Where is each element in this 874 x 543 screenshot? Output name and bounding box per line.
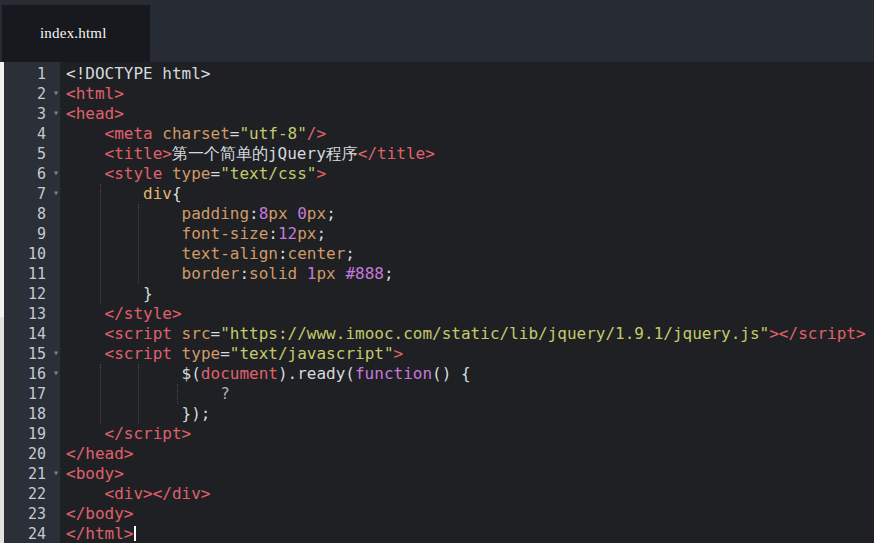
code-token: <div></div> (105, 484, 211, 503)
fold-toggle-icon[interactable]: ▾ (53, 163, 59, 183)
code-token: 0 (297, 204, 307, 223)
code-token: px (268, 204, 287, 223)
code-token: 12 (278, 224, 297, 243)
code-token: "utf-8" (239, 124, 306, 143)
code-line[interactable]: </html> (60, 524, 874, 543)
code-line[interactable]: <style type="text/css"> (60, 164, 874, 184)
code-token: = (211, 324, 221, 343)
code-token: px (297, 224, 316, 243)
code-token: ; (384, 264, 394, 283)
code-token: <!DOCTYPE html> (66, 64, 211, 83)
code-line[interactable]: <head> (60, 104, 874, 124)
code-line[interactable]: <script src="https://www.imooc.com/stati… (60, 324, 874, 344)
code-token: type (172, 164, 211, 183)
gutter-line-number: 1 (4, 64, 60, 84)
gutter-line-number: 8 (4, 204, 60, 224)
code-line[interactable]: ? (60, 384, 874, 404)
indent-whitespace (66, 324, 105, 343)
gutter-line-number: 9 (4, 224, 60, 244)
code-token: 8 (259, 204, 269, 223)
code-line[interactable]: </head> (60, 444, 874, 464)
fold-toggle-icon[interactable]: ▾ (53, 83, 59, 103)
fold-toggle-icon[interactable]: ▾ (53, 103, 59, 123)
code-line[interactable]: <html> (60, 84, 874, 104)
indent-whitespace (66, 244, 182, 263)
code-edit-surface[interactable]: <!DOCTYPE html><html><head> <meta charse… (60, 62, 874, 543)
code-line[interactable]: } (60, 284, 874, 304)
code-token: center (288, 244, 346, 263)
indent-whitespace (66, 264, 182, 283)
code-token: <body> (66, 464, 124, 483)
fold-toggle-icon[interactable]: ▾ (53, 343, 59, 363)
code-line[interactable]: <div></div> (60, 484, 874, 504)
fold-toggle-icon[interactable]: ▾ (53, 463, 59, 483)
code-token: <script (105, 344, 172, 363)
code-line[interactable]: </script> (60, 424, 874, 444)
tab-index-html[interactable]: index.html (2, 5, 150, 62)
editor-tab-bar: index.html (0, 0, 874, 62)
code-token: } (143, 284, 153, 303)
code-line[interactable]: div{ (60, 184, 874, 204)
code-token: </style> (105, 304, 182, 323)
code-line[interactable]: </body> (60, 504, 874, 524)
gutter-line-number: 16▾ (4, 364, 60, 384)
editor-area: 12▾3▾456▾7▾89101112131415▾16▾1718192021▾… (0, 62, 874, 543)
code-line[interactable]: padding:8px 0px; (60, 204, 874, 224)
code-token: : (249, 204, 259, 223)
code-line[interactable]: <meta charset="utf-8"/> (60, 124, 874, 144)
line-number-gutter: 12▾3▾456▾7▾89101112131415▾16▾1718192021▾… (4, 62, 60, 543)
code-token: ; (345, 244, 355, 263)
code-token: <script (105, 324, 172, 343)
text-cursor (134, 526, 136, 541)
code-token: "text/css" (220, 164, 316, 183)
code-line[interactable]: <script type="text/javascript"> (60, 344, 874, 364)
code-token (172, 344, 182, 363)
code-token: </head> (66, 444, 133, 463)
code-token: px (316, 264, 335, 283)
indent-whitespace (66, 344, 105, 363)
code-token: </html> (66, 524, 133, 543)
indent-whitespace (66, 484, 105, 503)
indent-whitespace (66, 124, 105, 143)
code-line[interactable]: <body> (60, 464, 874, 484)
code-token: : (268, 224, 278, 243)
gutter-line-number: 11 (4, 264, 60, 284)
gutter-line-number: 10 (4, 244, 60, 264)
code-line[interactable]: <!DOCTYPE html> (60, 64, 874, 84)
code-token: : (239, 264, 249, 283)
code-token: = (211, 164, 221, 183)
code-token: ></script> (769, 324, 865, 343)
indent-whitespace (66, 304, 105, 323)
fold-toggle-icon[interactable]: ▾ (53, 183, 59, 203)
code-line[interactable]: $(document).ready(function() { (60, 364, 874, 384)
code-token (336, 264, 346, 283)
code-token: > (316, 164, 326, 183)
code-line[interactable]: border:solid 1px #888; (60, 264, 874, 284)
gutter-line-number: 14 (4, 324, 60, 344)
code-token: </body> (66, 504, 133, 523)
gutter-line-number: 3▾ (4, 104, 60, 124)
code-token: <title> (105, 144, 172, 163)
code-token: $( (182, 364, 201, 383)
gutter-line-number: 18 (4, 404, 60, 424)
code-token: div (143, 184, 172, 203)
code-line[interactable]: <title>第一个简单的jQuery程序</title> (60, 144, 874, 164)
code-line[interactable]: text-align:center; (60, 244, 874, 264)
code-token: border (182, 264, 240, 283)
code-token: font-size (182, 224, 269, 243)
gutter-line-number: 24 (4, 524, 60, 543)
code-line[interactable]: }); (60, 404, 874, 424)
code-token (162, 164, 172, 183)
code-token: : (278, 244, 288, 263)
code-token: > (394, 344, 404, 363)
fold-toggle-icon[interactable]: ▾ (53, 363, 59, 383)
code-token (172, 324, 182, 343)
code-line[interactable]: </style> (60, 304, 874, 324)
code-line[interactable]: font-size:12px; (60, 224, 874, 244)
code-token: </title> (358, 144, 435, 163)
indent-whitespace (66, 144, 105, 163)
indent-whitespace (66, 224, 182, 243)
code-token: "https://www.imooc.com/static/lib/jquery… (220, 324, 769, 343)
gutter-line-number: 12 (4, 284, 60, 304)
code-token: = (230, 124, 240, 143)
